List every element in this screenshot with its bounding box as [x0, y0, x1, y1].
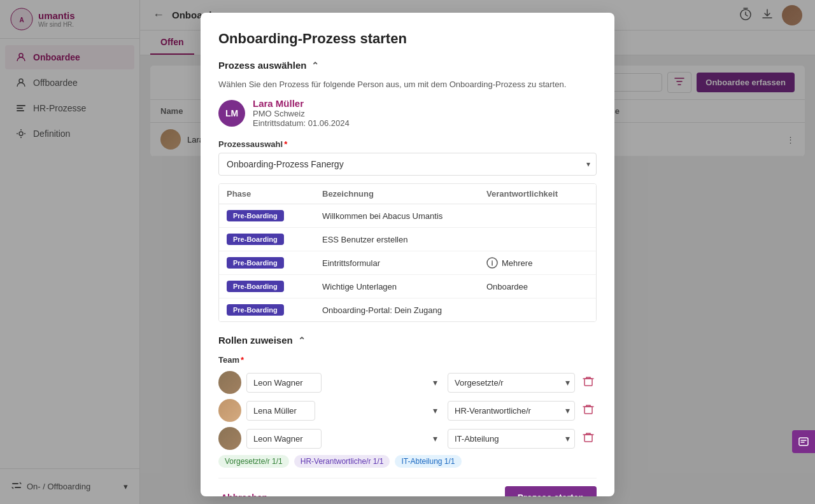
- trash-icon: [583, 403, 594, 415]
- phase-badge-3: Pre-Boarding: [227, 281, 284, 292]
- phase-badge-2: Pre-Boarding: [227, 257, 284, 269]
- team-row-1: Lena Müller ▾ HR-Verantwortliche/r ▾: [218, 399, 597, 422]
- bezeichnung-3: Wichtige Unterlagen: [322, 282, 486, 291]
- prozess-description: Wählen Sie den Prozess für folgende Pers…: [218, 80, 597, 89]
- prozessauswahl-wrapper: Onboarding-Prozess Fanergy ▾: [218, 153, 597, 176]
- person-card: LM Lara Müller PMO Schweiz Eintrittsdatu…: [218, 98, 597, 128]
- role-select-1[interactable]: HR-Verantwortliche/r: [448, 401, 575, 421]
- tag-it: IT-Abteilung 1/1: [395, 455, 461, 468]
- team-row-0: Leon Wagner ▾ Vorgesetzte/r ▾: [218, 371, 597, 394]
- rollen-heading: Rollen zuweisen: [218, 335, 293, 346]
- role-select-container-2: IT-Abteilung ▾: [448, 429, 575, 449]
- rollen-section-header: Rollen zuweisen ⌃: [218, 335, 597, 346]
- info-icon: [486, 257, 498, 269]
- chevron-down-icon: ▾: [433, 433, 437, 444]
- prozess-heading: Prozess auswählen: [218, 60, 306, 71]
- team-label: Team*: [218, 355, 244, 365]
- trash-icon: [583, 431, 594, 443]
- chevron-down-icon: ▾: [433, 377, 437, 388]
- delete-row-0-button[interactable]: [580, 373, 597, 393]
- process-row-3: Pre-Boarding Wichtige Unterlagen Onboard…: [219, 275, 596, 298]
- chevron-up-icon[interactable]: ⌃: [311, 60, 319, 71]
- verantwortlichkeit-2: Mehrere: [486, 257, 588, 269]
- person-select-container-0: Leon Wagner ▾: [246, 373, 443, 393]
- person-avatar: LM: [218, 100, 245, 127]
- role-select-2[interactable]: IT-Abteilung: [448, 429, 575, 449]
- modal-overlay: Onboarding-Prozess starten Prozess auswä…: [0, 0, 815, 504]
- bezeichnung-1: ESS Benutzer erstellen: [322, 235, 486, 244]
- side-info-button[interactable]: [792, 430, 815, 453]
- modal-title: Onboarding-Prozess starten: [218, 31, 597, 47]
- verantwortlichkeit-3: Onboardee: [486, 282, 588, 291]
- prozess-section-header: Prozess auswählen ⌃: [218, 60, 597, 71]
- info-panel-icon: [798, 436, 809, 447]
- process-row-2: Pre-Boarding Eintrittsformular Mehrere: [219, 251, 596, 275]
- col-verantwortlichkeit-header: Verantwortlichkeit: [486, 189, 588, 199]
- col-phase-header: Phase: [227, 189, 322, 199]
- phase-badge-1: Pre-Boarding: [227, 234, 284, 245]
- delete-row-1-button[interactable]: [580, 401, 597, 421]
- phase-badge-4: Pre-Boarding: [227, 304, 284, 316]
- rollen-section: Rollen zuweisen ⌃ Team* Leon Wagner ▾: [218, 335, 597, 468]
- start-process-button[interactable]: Prozess starten: [505, 486, 597, 496]
- trash-icon: [583, 375, 594, 387]
- svg-rect-13: [585, 407, 592, 414]
- svg-rect-12: [585, 379, 592, 386]
- process-table-header: Phase Bezeichnung Verantwortlichkeit: [219, 184, 596, 204]
- delete-row-2-button[interactable]: [580, 429, 597, 449]
- tags-row: Vorgesetzte/r 1/1 HR-Verantwortliche/r 1…: [218, 455, 597, 468]
- person-entry-date: Eintrittsdatum: 01.06.2024: [253, 118, 350, 128]
- team-avatar-2: [218, 427, 241, 450]
- col-bezeichnung-header: Bezeichnung: [322, 189, 486, 199]
- modal-footer: Abbrechen Prozess starten: [218, 478, 597, 496]
- modal: Onboarding-Prozess starten Prozess auswä…: [201, 13, 614, 496]
- prozess-section: Prozess auswählen ⌃ Wählen Sie den Proze…: [218, 60, 597, 322]
- person-select-1[interactable]: Lena Müller: [246, 401, 315, 421]
- person-select-container-1: Lena Müller ▾: [246, 401, 443, 421]
- chevron-down-icon: ▾: [433, 405, 437, 416]
- person-select-container-2: Leon Wagner ▾: [246, 429, 443, 449]
- prozessauswahl-label: Prozessauswahl*: [218, 139, 597, 149]
- person-select-0[interactable]: Leon Wagner: [246, 373, 322, 393]
- role-select-container-1: HR-Verantwortliche/r ▾: [448, 401, 575, 421]
- process-row-0: Pre-Boarding Willkommen bei Abacus Umant…: [219, 204, 596, 228]
- team-field: Team*: [218, 354, 597, 365]
- phase-badge-0: Pre-Boarding: [227, 210, 284, 221]
- prozessauswahl-field: Prozessauswahl* Onboarding-Prozess Faner…: [218, 139, 597, 176]
- team-avatar-0: [218, 371, 241, 394]
- team-avatar-1: [218, 399, 241, 422]
- bezeichnung-2: Eintrittsformular: [322, 258, 486, 268]
- process-row-4: Pre-Boarding Onboarding-Portal: Dein Zug…: [219, 298, 596, 321]
- prozessauswahl-select[interactable]: Onboarding-Prozess Fanergy: [218, 153, 597, 176]
- person-initials: LM: [225, 108, 238, 118]
- process-table: Phase Bezeichnung Verantwortlichkeit Pre…: [218, 183, 597, 322]
- tag-hr: HR-Verantwortliche/r 1/1: [294, 455, 390, 468]
- team-row-2: Leon Wagner ▾ IT-Abteilung ▾: [218, 427, 597, 450]
- bezeichnung-4: Onboarding-Portal: Dein Zugang: [322, 305, 486, 315]
- person-info: Lara Müller PMO Schweiz Eintrittsdatum: …: [253, 98, 350, 128]
- person-select-2[interactable]: Leon Wagner: [246, 429, 322, 449]
- svg-rect-15: [799, 438, 808, 445]
- bezeichnung-0: Willkommen bei Abacus Umantis: [322, 211, 486, 221]
- process-row-1: Pre-Boarding ESS Benutzer erstellen: [219, 228, 596, 251]
- role-select-0[interactable]: Vorgesetzte/r: [448, 373, 575, 393]
- person-name: Lara Müller: [253, 98, 350, 109]
- role-select-container-0: Vorgesetzte/r ▾: [448, 373, 575, 393]
- cancel-button[interactable]: Abbrechen: [218, 487, 270, 496]
- person-dept: PMO Schweiz: [253, 109, 350, 118]
- svg-rect-14: [585, 435, 592, 442]
- tag-vorgesetzte: Vorgesetzte/r 1/1: [218, 455, 289, 468]
- chevron-up-icon-rollen[interactable]: ⌃: [298, 335, 306, 346]
